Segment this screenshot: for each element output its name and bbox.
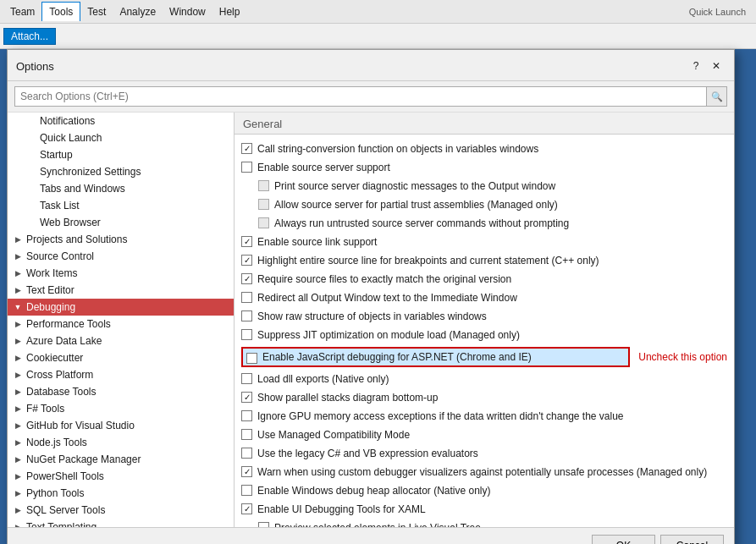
dialog-overlay: Options ? ✕ 🔍 Notifications [0,0,756,49]
